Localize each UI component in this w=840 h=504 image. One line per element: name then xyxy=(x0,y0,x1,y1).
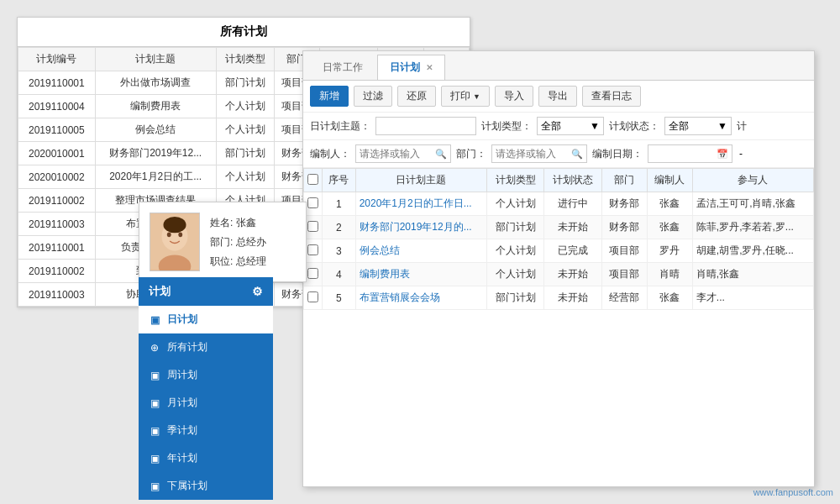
new-button[interactable]: 新增 xyxy=(310,86,349,107)
dept-label: 部门: xyxy=(210,236,233,248)
tabs-bar: 日常工作 日计划 ✕ xyxy=(303,51,814,81)
status-filter-label: 计划状态： xyxy=(609,119,659,134)
print-button[interactable]: 打印 ▼ xyxy=(441,86,490,107)
table-scroll-area[interactable]: 序号日计划主题计划类型计划状态部门编制人参与人 12020年1月2日的工作日..… xyxy=(303,168,814,486)
svg-point-3 xyxy=(167,232,171,237)
toolbar: 新增 过滤 还原 打印 ▼ 导入 导出 查看日志 xyxy=(303,81,814,113)
user-info: 姓名: 张鑫 部门: 总经办 职位: 总经理 xyxy=(210,216,266,269)
plan-subject-link[interactable]: 财务部门2019年12月的... xyxy=(355,216,486,239)
status-filter-select[interactable]: 全部 ▼ xyxy=(664,117,732,135)
import-button[interactable]: 导入 xyxy=(495,86,533,107)
table-row[interactable]: 2财务部门2019年12月的...部门计划未开始财务部张鑫陈菲,罗丹,李若若,罗… xyxy=(304,216,814,239)
row-checkbox[interactable] xyxy=(307,221,318,232)
pos-label: 职位: xyxy=(210,255,233,267)
sidebar-item-年计划[interactable]: ▣年计划 xyxy=(139,444,273,472)
sidebar-item-icon: ⊕ xyxy=(149,342,160,354)
sidebar-item-下属计划[interactable]: ▣下属计划 xyxy=(139,472,273,500)
bg-panel-title: 所有计划 xyxy=(18,18,470,47)
sidebar-header: 计划 ⚙ xyxy=(139,277,273,306)
editor-filter-wrapper: 🔍 xyxy=(355,144,451,163)
sidebar-item-label: 所有计划 xyxy=(167,340,207,354)
gear-icon[interactable]: ⚙ xyxy=(252,285,263,298)
date-separator: - xyxy=(738,148,744,160)
filter-row-2: 编制人： 🔍 部门： 🔍 编制日期： 📅 - xyxy=(303,140,814,168)
editor-filter-label: 编制人： xyxy=(310,147,350,161)
sidebar-item-label: 下属计划 xyxy=(167,479,207,493)
sidebar-item-label: 日计划 xyxy=(167,312,197,327)
sidebar-item-季计划[interactable]: ▣季计划 xyxy=(139,417,273,444)
log-button[interactable]: 查看日志 xyxy=(582,86,641,107)
editor-filter-input[interactable] xyxy=(356,145,432,162)
user-dept-row: 部门: 总经办 xyxy=(210,235,266,249)
sidebar-item-label: 周计划 xyxy=(167,368,197,382)
dept-value: 总经办 xyxy=(236,236,266,248)
name-value: 张鑫 xyxy=(236,217,256,228)
sidebar-item-icon: ▣ xyxy=(149,425,160,437)
table-row[interactable]: 12020年1月2日的工作日...个人计划进行中财务部张鑫孟洁,王可可,肖晴,张… xyxy=(304,192,814,216)
row-checkbox[interactable] xyxy=(307,268,318,279)
sidebar: 计划 ⚙ ▣日计划⊕所有计划▣周计划▣月计划▣季计划▣年计划▣下属计划 xyxy=(139,277,273,500)
date-filter-label: 编制日期： xyxy=(592,147,643,161)
dept-filter-wrapper: 🔍 xyxy=(491,144,587,163)
date-start-input[interactable] xyxy=(652,148,715,160)
sidebar-item-月计划[interactable]: ▣月计划 xyxy=(139,389,273,417)
row-checkbox[interactable] xyxy=(307,244,318,255)
svg-point-5 xyxy=(163,217,186,233)
tab-close-icon[interactable]: ✕ xyxy=(426,63,433,72)
tab-daily-plan[interactable]: 日计划 ✕ xyxy=(377,55,445,80)
dept-filter-input[interactable] xyxy=(492,145,568,162)
plan-subject-link[interactable]: 2020年1月2日的工作日... xyxy=(355,192,486,216)
print-arrow-icon: ▼ xyxy=(473,92,480,101)
subject-filter-label: 日计划主题： xyxy=(310,119,370,134)
plan-subject-link[interactable]: 编制费用表 xyxy=(355,263,486,286)
filter-button[interactable]: 过滤 xyxy=(354,86,392,107)
sidebar-title: 计划 xyxy=(149,284,171,299)
calendar-icon[interactable]: 📅 xyxy=(717,149,728,160)
plan-subject-link[interactable]: 布置营销展会会场 xyxy=(355,286,486,310)
sidebar-item-周计划[interactable]: ▣周计划 xyxy=(139,361,273,389)
row-checkbox[interactable] xyxy=(307,197,318,208)
plan-subject-link[interactable]: 例会总结 xyxy=(355,239,486,263)
daily-plan-table: 序号日计划主题计划类型计划状态部门编制人参与人 12020年1月2日的工作日..… xyxy=(303,168,814,310)
dept-filter-label: 部门： xyxy=(456,147,486,161)
user-name-row: 姓名: 张鑫 xyxy=(210,216,266,230)
select-all-checkbox[interactable] xyxy=(307,174,318,185)
user-pos-row: 职位: 总经理 xyxy=(210,255,266,269)
date-start-wrapper: 📅 xyxy=(648,144,732,163)
status-dropdown-icon: ▼ xyxy=(717,120,727,132)
avatar xyxy=(150,213,200,271)
restore-button[interactable]: 还原 xyxy=(397,86,436,107)
type-dropdown-icon: ▼ xyxy=(590,120,600,132)
main-panel: 日常工作 日计划 ✕ 新增 过滤 还原 打印 ▼ 导入 导出 查看日志 日计划主… xyxy=(302,50,815,487)
dept-search-icon[interactable]: 🔍 xyxy=(568,149,586,160)
svg-point-4 xyxy=(178,232,182,237)
subject-filter-input[interactable] xyxy=(375,117,476,135)
type-filter-select[interactable]: 全部 ▼ xyxy=(537,117,604,135)
sidebar-item-icon: ▣ xyxy=(149,480,160,492)
table-row[interactable]: 5布置营销展会会场部门计划未开始经营部张鑫李才... xyxy=(304,286,814,310)
user-hover-card: 姓名: 张鑫 部门: 总经办 职位: 总经理 xyxy=(139,202,307,282)
sidebar-item-所有计划[interactable]: ⊕所有计划 xyxy=(139,333,273,361)
sidebar-item-日计划[interactable]: ▣日计划 xyxy=(139,306,273,333)
filter-row-1: 日计划主题： 计划类型： 全部 ▼ 计划状态： 全部 ▼ 计 xyxy=(303,113,814,140)
sidebar-item-icon: ▣ xyxy=(149,397,160,409)
table-row[interactable]: 4编制费用表个人计划未开始项目部肖晴肖晴,张鑫 xyxy=(304,263,814,286)
table-row[interactable]: 3例会总结个人计划已完成项目部罗丹胡建,胡雪,罗丹,任晓... xyxy=(304,239,814,263)
watermark: www.fanpusoft.com xyxy=(753,487,833,497)
sidebar-item-icon: ▣ xyxy=(149,453,160,465)
sidebar-item-icon: ▣ xyxy=(149,370,160,381)
calc-label: 计 xyxy=(737,119,747,134)
row-checkbox[interactable] xyxy=(307,291,318,302)
type-filter-label: 计划类型： xyxy=(481,119,532,134)
sidebar-item-icon: ▣ xyxy=(149,314,160,326)
sidebar-item-label: 年计划 xyxy=(167,451,197,465)
sidebar-item-label: 季计划 xyxy=(167,423,197,438)
tab-daily-work[interactable]: 日常工作 xyxy=(310,55,375,80)
pos-value: 总经理 xyxy=(236,255,266,267)
editor-search-icon[interactable]: 🔍 xyxy=(432,149,450,160)
sidebar-item-label: 月计划 xyxy=(167,396,197,410)
export-button[interactable]: 导出 xyxy=(538,86,577,107)
name-label: 姓名: xyxy=(210,217,233,228)
